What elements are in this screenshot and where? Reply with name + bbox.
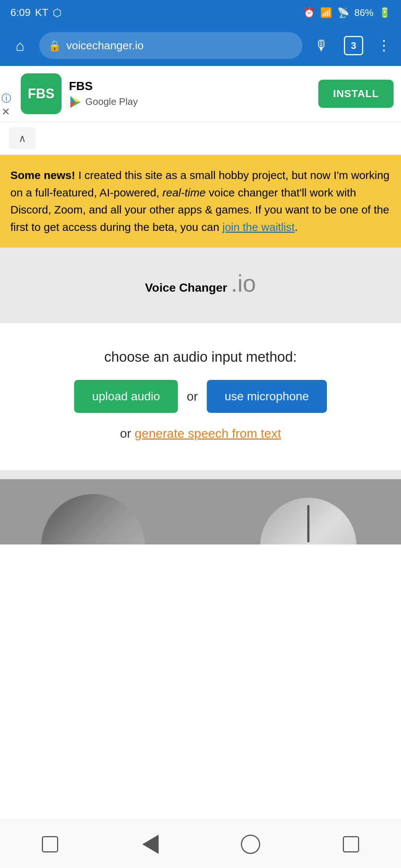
wifi-icon: 📶 <box>320 7 332 19</box>
home-icon: ⌂ <box>16 37 24 54</box>
ad-banner: ⓘ ✕ FBS FBS Google Play INSTALL <box>0 66 401 122</box>
expand-button[interactable]: ∧ <box>9 127 36 149</box>
input-buttons-row: upload audio or use microphone <box>10 380 391 413</box>
upload-audio-button[interactable]: upload audio <box>74 380 178 413</box>
nav-recents-icon <box>343 836 359 852</box>
nav-back-icon <box>142 835 159 854</box>
home-button[interactable]: ⌂ <box>7 33 33 58</box>
thumbnail-left-image <box>41 494 145 544</box>
browser-mic-icon: 🎙 <box>315 38 329 54</box>
nav-square-icon <box>42 836 58 852</box>
tts-link[interactable]: generate speech from text <box>135 426 281 440</box>
nav-square-button[interactable] <box>32 829 69 859</box>
input-method-section: choose an audio input method: upload aud… <box>0 323 401 470</box>
thumbnail-right[interactable] <box>201 479 401 544</box>
ad-app-name: FBS <box>69 79 311 93</box>
news-italic: real-time <box>162 186 206 199</box>
battery-icon: 🔋 <box>379 7 391 19</box>
tts-row: or generate speech from text <box>10 426 391 441</box>
site-title-main: Voice Changer <box>145 281 227 294</box>
nav-back-button[interactable] <box>132 829 169 859</box>
url-bar[interactable]: 🔒 voicechanger.io <box>39 32 302 59</box>
status-left: 6:09 KT ⬡ <box>10 7 62 19</box>
more-dots-icon: ⋮ <box>377 37 390 54</box>
thumbnail-right-image <box>260 498 357 544</box>
ad-corner-icons: ⓘ ✕ <box>1 92 11 118</box>
ad-logo: FBS <box>21 73 62 114</box>
tabs-badge: 3 <box>344 36 363 55</box>
or-separator: or <box>187 389 198 404</box>
ad-info-icon[interactable]: ⓘ <box>1 92 11 105</box>
tts-or-text: or <box>120 426 131 440</box>
ad-close-button[interactable]: ✕ <box>1 106 11 118</box>
url-text: voicechanger.io <box>66 39 294 52</box>
news-banner: Some news! I created this site as a smal… <box>0 155 401 248</box>
ad-install-button[interactable]: INSTALL <box>318 80 394 108</box>
google-play-icon <box>69 95 82 109</box>
nav-home-icon <box>241 835 260 854</box>
use-microphone-button[interactable]: use microphone <box>207 380 327 413</box>
input-method-label: choose an audio input method: <box>10 349 391 365</box>
status-bar: 6:09 KT ⬡ ⏰ 📶 📡 86% 🔋 <box>0 0 401 25</box>
site-title: Voice Changer.io <box>10 270 391 297</box>
hero-section: Voice Changer.io <box>0 248 401 323</box>
ad-logo-text: FBS <box>28 86 54 102</box>
battery-display: 86% <box>354 7 374 19</box>
more-button[interactable]: ⋮ <box>373 33 394 58</box>
bottom-nav <box>0 820 401 868</box>
chevron-up-icon: ∧ <box>19 132 26 145</box>
ad-info: FBS Google Play <box>69 79 311 109</box>
lock-icon: 🔒 <box>48 40 61 52</box>
status-right: ⏰ 📶 📡 86% 🔋 <box>303 7 391 19</box>
news-waitlist-link[interactable]: join the waitlist <box>222 221 295 233</box>
browser-mic-button[interactable]: 🎙 <box>309 33 334 58</box>
thumbnail-right-line <box>307 505 309 542</box>
nav-recents-button[interactable] <box>332 829 369 859</box>
carrier-display: KT <box>35 7 49 19</box>
alarm-icon: ⏰ <box>303 7 315 19</box>
expand-bar: ∧ <box>0 122 401 155</box>
nav-home-button[interactable] <box>232 829 269 859</box>
signal-icon: 📡 <box>337 7 349 19</box>
time-display: 6:09 <box>10 7 31 19</box>
news-end: . <box>295 221 298 233</box>
tabs-button[interactable]: 3 <box>341 33 366 58</box>
thumbnail-left[interactable] <box>0 479 201 544</box>
browser-bar: ⌂ 🔒 voicechanger.io 🎙 3 ⋮ <box>0 25 401 66</box>
site-title-io: .io <box>231 270 256 297</box>
ad-source-text: Google Play <box>85 96 138 107</box>
ad-source-row: Google Play <box>69 95 311 109</box>
news-bold: Some news! <box>10 169 75 181</box>
carrier-icon: ⬡ <box>53 7 62 19</box>
thumbnails-section <box>0 470 401 544</box>
